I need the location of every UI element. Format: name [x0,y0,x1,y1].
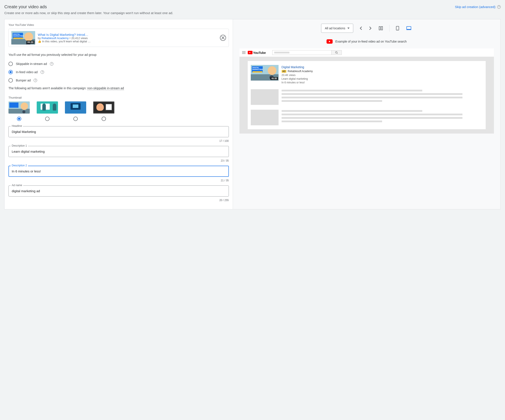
ad-result-desc1: Learn digital marketing [282,77,483,81]
desktop-icon [406,26,411,30]
radio-icon [73,117,78,121]
description2-input[interactable] [8,166,229,177]
your-video-label: Your YouTube Video [8,23,229,26]
next-button[interactable] [368,26,372,31]
ad-location-dropdown[interactable]: All ad locations [321,24,353,33]
svg-point-3 [397,29,398,30]
youtube-logo: YouTube [248,51,266,55]
radio-icon [8,70,13,74]
adname-field-wrapper: Ad name [8,185,229,197]
thumbnail-image [8,102,30,114]
description1-input[interactable] [8,146,229,157]
video-thumbnail: DIGITALMARKETING FOR BEGINNERS 06:00 [11,31,35,45]
remove-video-button[interactable] [220,35,226,41]
page-subtitle: Create one or more ads now, or skip this… [4,11,501,15]
headline-input[interactable] [8,126,229,137]
chevron-left-icon [360,26,362,30]
description1-counter: 23 / 35 [8,159,229,162]
preview-panel: All ad locations Example of your in-fe [233,19,501,209]
svg-line-7 [337,53,338,54]
radio-icon [102,117,106,121]
chevron-right-icon [369,26,372,30]
help-icon[interactable]: ? [41,70,44,74]
svg-rect-4 [407,26,411,29]
radio-icon [17,117,21,121]
headline-label: Headline [11,124,23,127]
help-icon[interactable]: ? [497,5,501,9]
video-channel-link[interactable]: Reliablesoft Academy [41,37,69,40]
ad-location-label: All ad locations [325,26,345,30]
unavailable-formats-note: The following ad formats aren't availabl… [8,86,229,90]
close-icon [221,36,225,39]
format-label: Bumper ad [16,79,31,82]
video-duration: 06:00 [26,41,34,44]
ad-result-row: DIGITALMARKETING FOR BEGINNERS 06:00 Dig… [251,65,483,84]
separator [389,25,390,32]
placeholder-thumbnail [251,110,278,125]
youtube-icon [327,39,333,44]
help-icon[interactable]: ? [34,79,37,82]
format-option-skippable[interactable]: Skippable in-stream ad ? [8,62,229,66]
svg-point-6 [335,51,337,53]
compare-view-button[interactable] [378,25,384,31]
hamburger-icon [242,52,246,53]
unavailable-format-link[interactable]: non-skippable in-stream ad [87,86,124,90]
radio-icon [8,62,13,66]
ad-result-channel: Reliablesoft Academy [288,70,313,73]
thumbnail-option-4[interactable] [93,102,114,121]
description1-label: Description 1 [11,144,28,147]
placeholder-result-row [251,110,483,125]
svg-rect-0 [379,26,380,30]
thumbnail-label: Thumbnail [8,96,229,99]
video-meta: by Reliablesoft Academy • 20,412 views [38,37,217,40]
format-label: In-feed video ad [16,70,38,74]
mobile-icon [396,26,399,30]
thumbnail-image [65,102,86,114]
video-title-link[interactable]: What Is Digital Marketing? Introd… [38,33,217,37]
chevron-down-icon [347,28,350,29]
youtube-preview-frame: YouTube DIGITALMARKETING FOR BEGINNERS [240,48,494,134]
ad-result-thumbnail: DIGITALMARKETING FOR BEGINNERS 06:00 [251,65,278,81]
placeholder-result-row [251,89,483,105]
skip-link-label: Skip ad creation (advanced) [455,5,495,9]
ad-result-desc2: In 6 minutes or less! [282,81,483,84]
ad-form-panel: Your YouTube Video DIGITALMARKETING FOR … [4,19,233,209]
thumbnail-option-2[interactable] [37,102,58,121]
description2-label: Description 2 [11,164,28,167]
youtube-search-box [272,50,331,55]
format-option-bumper[interactable]: Bumper ad ? [8,78,229,83]
format-label: Skippable in-stream ad [16,62,47,66]
svg-rect-1 [381,26,383,30]
thumbnail-option-3[interactable] [65,102,86,121]
adname-label: Ad name [11,184,23,187]
placeholder-thumbnail [251,89,278,105]
mobile-preview-button[interactable] [395,25,400,31]
headline-field-wrapper: Headline [8,126,229,137]
video-card: DIGITALMARKETING FOR BEGINNERS 06:00 Wha… [8,29,229,47]
search-icon [335,51,338,54]
thumbnail-image [37,102,58,114]
headline-counter: 17 / 100 [8,140,229,142]
ad-badge: AD [282,70,286,73]
description2-counter: 21 / 35 [8,179,229,182]
help-icon[interactable]: ? [50,62,53,66]
thumbnail-option-1[interactable] [8,102,30,121]
adname-input[interactable] [8,185,229,197]
adname-counter: 20 / 255 [8,199,229,202]
radio-icon [45,117,50,121]
page-title: Create your video ads [4,4,47,9]
format-note: You'll use the ad format you previously … [8,53,229,57]
skip-ad-creation-link[interactable]: Skip ad creation (advanced) ? [455,5,501,9]
youtube-search-button [331,50,342,55]
ad-result-title: Digital Marketing [282,65,483,69]
thumbnail-image [93,102,114,114]
columns-icon [379,26,383,30]
prev-button[interactable] [359,26,363,31]
format-option-infeed[interactable]: In-feed video ad ? [8,70,229,74]
desktop-preview-button[interactable] [406,25,412,31]
description1-field-wrapper: Description 1 [8,146,229,157]
description2-field-wrapper: Description 2 [8,166,229,177]
preview-caption-text: Example of your in-feed video ad on YouT… [335,40,407,43]
ad-result-views: 20.4K views [282,74,483,77]
radio-icon [8,78,13,83]
